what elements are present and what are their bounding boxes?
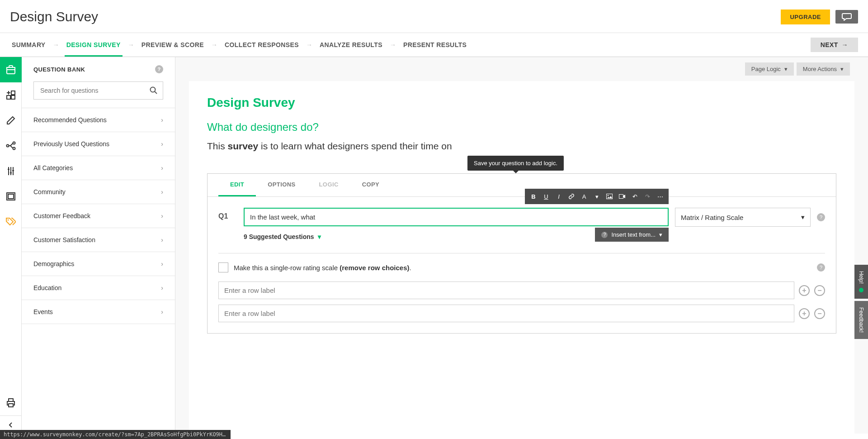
rte-video[interactable] bbox=[616, 191, 628, 202]
tab-logic[interactable]: LOGIC bbox=[307, 174, 350, 196]
branch-icon bbox=[6, 141, 16, 150]
nav-present-results[interactable]: PRESENT RESULTS bbox=[401, 41, 468, 48]
chevron-right-icon: › bbox=[161, 260, 163, 267]
page-logic-button[interactable]: Page Logic ▾ bbox=[745, 62, 794, 76]
chevron-right-icon: → bbox=[53, 41, 59, 48]
chevron-right-icon: › bbox=[161, 116, 163, 124]
rail-logic[interactable] bbox=[0, 133, 22, 158]
breadcrumb-nav: SUMMARY → DESIGN SURVEY → PREVIEW & SCOR… bbox=[0, 33, 868, 57]
row-label-input[interactable] bbox=[218, 282, 794, 299]
row-input-line: + − bbox=[218, 305, 825, 322]
rte-font[interactable]: A bbox=[578, 191, 590, 202]
sidebar-cat-all[interactable]: All Categories› bbox=[22, 156, 175, 180]
feedback-tab[interactable]: Feedback! bbox=[854, 301, 868, 339]
sidebar-cat-customer-satisfaction[interactable]: Customer Satisfaction› bbox=[22, 228, 175, 252]
rte-bold[interactable]: B bbox=[528, 191, 539, 202]
nav-collect-responses[interactable]: COLLECT RESPONSES bbox=[223, 41, 301, 48]
rte-more[interactable]: ⋯ bbox=[654, 191, 666, 202]
remove-row-button[interactable]: − bbox=[814, 308, 825, 319]
rte-font-dropdown[interactable]: ▾ bbox=[591, 191, 603, 202]
svg-rect-9 bbox=[619, 195, 623, 199]
tab-copy[interactable]: COPY bbox=[350, 174, 391, 196]
next-label: NEXT bbox=[821, 41, 838, 48]
main-layout: QUESTION BANK ? Recommended Questions› P… bbox=[0, 57, 868, 434]
rail-print[interactable] bbox=[0, 390, 22, 415]
survey-description[interactable]: This survey is to learn what designers s… bbox=[207, 141, 836, 152]
chevron-right-icon: → bbox=[128, 41, 134, 48]
survey-subtitle[interactable]: What do designers do? bbox=[207, 121, 836, 134]
sidebar: QUESTION BANK ? Recommended Questions› P… bbox=[22, 57, 175, 434]
sidebar-cat-previously-used[interactable]: Previously Used Questions› bbox=[22, 132, 175, 156]
rte-undo[interactable]: ↶ bbox=[629, 191, 641, 202]
svg-point-1 bbox=[13, 142, 15, 144]
tab-options[interactable]: OPTIONS bbox=[256, 174, 307, 196]
caret-down-icon: ▾ bbox=[784, 66, 788, 72]
page-title: Design Survey bbox=[10, 9, 98, 24]
rte-image[interactable] bbox=[604, 191, 615, 202]
sidebar-cat-community[interactable]: Community› bbox=[22, 180, 175, 204]
more-actions-button[interactable]: More Actions ▾ bbox=[797, 62, 850, 76]
tags-icon bbox=[6, 218, 16, 226]
suggested-questions-button[interactable]: 9 Suggested Questions ▾ bbox=[244, 233, 825, 240]
nav-design-survey[interactable]: DESIGN SURVEY bbox=[65, 41, 123, 57]
question-type-select[interactable]: Matrix / Rating Scale ▾ bbox=[675, 208, 811, 227]
help-icon[interactable]: ? bbox=[817, 263, 825, 272]
sidebar-cat-recommended[interactable]: Recommended Questions› bbox=[22, 108, 175, 132]
rte-toolbar: B U I A ▾ ↶ ↷ ⋯ bbox=[525, 189, 669, 204]
header-actions: UPGRADE bbox=[781, 10, 858, 24]
sidebar-cat-customer-feedback[interactable]: Customer Feedback› bbox=[22, 204, 175, 228]
briefcase-icon bbox=[6, 65, 16, 74]
question-input-wrap: B U I A ▾ ↶ ↷ ⋯ bbox=[244, 208, 669, 226]
chevron-right-icon: → bbox=[306, 41, 312, 48]
chevron-right-icon: › bbox=[161, 164, 163, 172]
rte-link[interactable] bbox=[566, 191, 577, 202]
tab-edit[interactable]: EDIT bbox=[218, 174, 256, 196]
rail-themes[interactable] bbox=[0, 184, 22, 209]
nav-analyze-results[interactable]: ANALYZE RESULTS bbox=[318, 41, 384, 48]
add-row-button[interactable]: + bbox=[799, 285, 810, 296]
search-input[interactable] bbox=[33, 81, 163, 100]
next-button[interactable]: NEXT → bbox=[811, 38, 858, 52]
rail-tags[interactable] bbox=[0, 209, 22, 234]
question-text-input[interactable] bbox=[244, 208, 669, 226]
chevron-right-icon: › bbox=[161, 212, 163, 220]
help-icon[interactable]: ? bbox=[817, 213, 825, 221]
status-dot-icon bbox=[859, 288, 863, 292]
print-icon bbox=[6, 398, 15, 407]
icon-rail bbox=[0, 57, 22, 434]
row-label-input[interactable] bbox=[218, 305, 794, 322]
canvas: Page Logic ▾ More Actions ▾ Design Surve… bbox=[175, 57, 868, 434]
nav-preview-score[interactable]: PREVIEW & SCORE bbox=[140, 41, 206, 48]
survey-title[interactable]: Design Survey bbox=[207, 95, 836, 110]
rail-question-bank[interactable] bbox=[0, 57, 22, 82]
caret-down-icon: ▾ bbox=[840, 66, 844, 72]
question-row: Q1 B U I A ▾ ↶ bbox=[218, 208, 825, 227]
help-icon[interactable]: ? bbox=[155, 65, 163, 73]
sidebar-cat-demographics[interactable]: Demographics› bbox=[22, 252, 175, 276]
svg-rect-4 bbox=[8, 194, 14, 199]
sidebar-cat-events[interactable]: Events› bbox=[22, 300, 175, 324]
nav-summary[interactable]: SUMMARY bbox=[10, 41, 47, 48]
rte-underline[interactable]: U bbox=[540, 191, 552, 202]
pencil-icon bbox=[6, 116, 15, 125]
status-bar: https://www.surveymonkey.com/create/?sm=… bbox=[0, 430, 231, 439]
search-icon[interactable] bbox=[150, 86, 158, 95]
rte-italic[interactable]: I bbox=[553, 191, 565, 202]
add-row-button[interactable]: + bbox=[799, 308, 810, 319]
rte-redo[interactable]: ↷ bbox=[642, 191, 653, 202]
rail-builder[interactable] bbox=[0, 82, 22, 108]
logic-tooltip: Save your question to add logic. bbox=[467, 156, 564, 171]
sidebar-cat-education[interactable]: Education› bbox=[22, 276, 175, 300]
insert-text-button[interactable]: ? Insert text from... ▾ bbox=[595, 228, 669, 242]
chat-button[interactable] bbox=[835, 10, 858, 24]
rail-options[interactable] bbox=[0, 158, 22, 184]
help-tab[interactable]: Help! bbox=[854, 265, 868, 299]
upgrade-button[interactable]: UPGRADE bbox=[781, 10, 830, 24]
rail-appearance[interactable] bbox=[0, 108, 22, 133]
caret-down-icon: ▾ bbox=[318, 233, 321, 240]
help-icon: ? bbox=[601, 232, 608, 238]
caret-down-icon: ▾ bbox=[801, 213, 805, 221]
remove-row-button[interactable]: − bbox=[814, 285, 825, 296]
single-row-checkbox[interactable] bbox=[218, 262, 228, 272]
canvas-body: Design Survey What do designers do? This… bbox=[189, 81, 854, 434]
